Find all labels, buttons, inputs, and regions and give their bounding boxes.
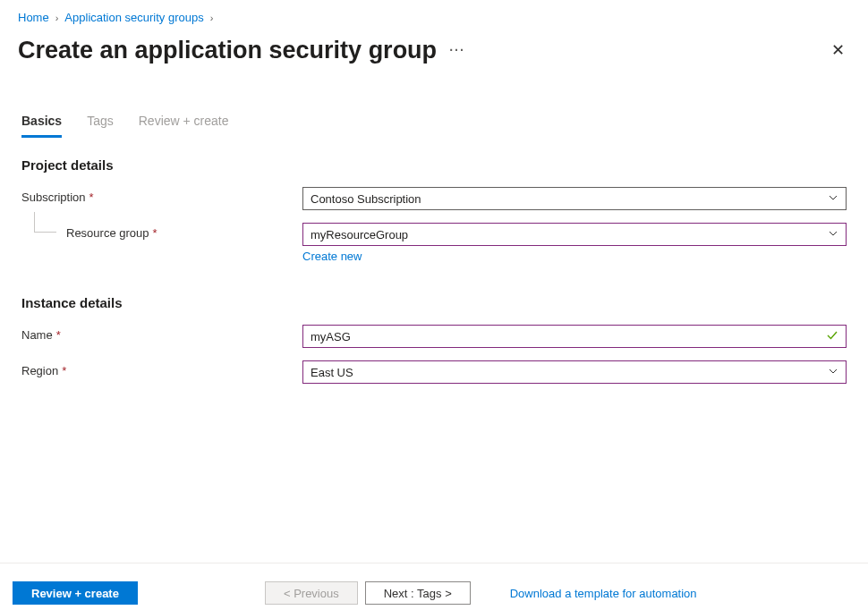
breadcrumb-parent-link[interactable]: Application security groups	[64, 11, 203, 24]
subscription-dropdown[interactable]: Contoso Subscription	[302, 187, 847, 210]
checkmark-icon	[826, 329, 838, 344]
next-button[interactable]: Next : Tags >	[365, 581, 471, 605]
resource-group-dropdown[interactable]: myResourceGroup	[302, 223, 847, 246]
required-indicator: *	[62, 364, 66, 377]
name-field-row: Name* myASG	[21, 325, 847, 348]
project-details-section: Project details Subscription* Contoso Su…	[0, 138, 868, 263]
tab-tags[interactable]: Tags	[87, 114, 114, 138]
required-indicator: *	[89, 191, 94, 204]
required-indicator: *	[56, 328, 61, 342]
breadcrumb-home-link[interactable]: Home	[18, 11, 49, 24]
page-header: Create an application security group ···…	[0, 28, 868, 65]
chevron-down-icon	[828, 192, 838, 205]
previous-button: < Previous	[265, 581, 358, 605]
instance-details-section: Instance details Name* myASG Region* Eas…	[0, 275, 868, 384]
breadcrumb: Home › Application security groups ›	[0, 0, 868, 28]
required-indicator: *	[153, 226, 157, 240]
instance-details-heading: Instance details	[21, 295, 847, 310]
footer-bar: Review + create < Previous Next : Tags >…	[0, 563, 868, 610]
chevron-down-icon	[828, 366, 838, 378]
resource-group-value: myResourceGroup	[311, 228, 408, 241]
download-template-link[interactable]: Download a template for automation	[510, 587, 697, 600]
chevron-right-icon: ›	[210, 13, 214, 23]
tab-bar: Basics Tags Review + create	[0, 65, 868, 138]
region-label: Region*	[21, 360, 302, 377]
region-field-row: Region* East US	[21, 360, 847, 384]
create-new-link[interactable]: Create new	[302, 250, 847, 263]
resource-group-label: Resource group*	[21, 223, 302, 240]
tab-basics[interactable]: Basics	[21, 114, 62, 138]
region-value: East US	[311, 366, 353, 379]
page-title: Create an application security group ···	[18, 37, 465, 64]
name-input[interactable]: myASG	[302, 325, 847, 348]
review-create-button[interactable]: Review + create	[13, 581, 138, 605]
name-label: Name*	[21, 325, 302, 342]
name-value: myASG	[311, 330, 351, 343]
subscription-label: Subscription*	[21, 187, 302, 204]
more-options-icon[interactable]: ···	[449, 43, 465, 57]
region-dropdown[interactable]: East US	[302, 360, 847, 384]
page-title-text: Create an application security group	[18, 37, 437, 64]
chevron-right-icon: ›	[55, 13, 59, 23]
close-icon[interactable]: ✕	[826, 35, 850, 65]
subscription-value: Contoso Subscription	[311, 192, 421, 206]
project-details-heading: Project details	[21, 157, 847, 173]
chevron-down-icon	[828, 228, 838, 241]
tab-review-create[interactable]: Review + create	[139, 114, 229, 138]
subscription-field-row: Subscription* Contoso Subscription	[21, 187, 847, 210]
resource-group-field-row: Resource group* myResourceGroup Create n…	[21, 223, 847, 263]
